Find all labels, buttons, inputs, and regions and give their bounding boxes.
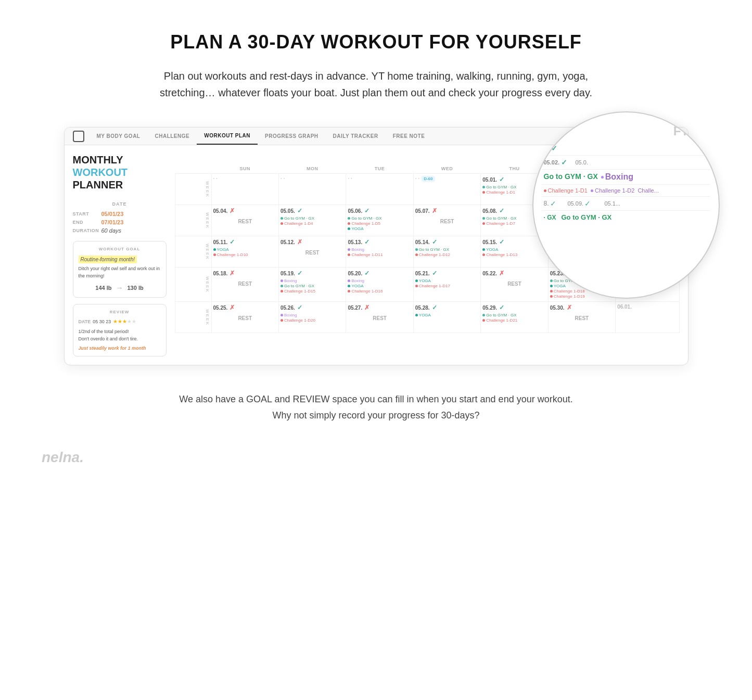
weight-row: 144 lb → 130 lb <box>79 284 161 292</box>
cell-0512: 05.12.✗ REST <box>278 236 346 268</box>
cell-0507: 05.07.✗ REST <box>413 205 480 236</box>
start-date-row: START 05/01/23 <box>73 211 167 217</box>
planner-title: MONTHLY WORKOUT PLANNER <box>73 154 167 191</box>
cell-0515: 05.15.✓ YOGA Challenge 1-D13 <box>481 236 548 268</box>
week-label-1: WEEK <box>175 174 211 205</box>
start-label: START <box>73 211 101 217</box>
cell-blank-1: · · <box>211 174 278 205</box>
zoom-gym-label-2: Go to GYM · GX <box>562 213 612 221</box>
cell-0528: 05.28.✓ YOGA <box>413 302 480 333</box>
start-value: 05/01/23 <box>101 211 124 217</box>
date-section-label: DATE <box>73 201 167 207</box>
end-value: 07/01/23 <box>101 219 124 225</box>
review-text: 1/2nd of the total period!Don't overdo i… <box>79 328 161 342</box>
cell-0521: 05.21.✓ YOGA Challenge 1-D17 <box>413 268 480 302</box>
bottom-text: We also have a GOAL and REVIEW space you… <box>168 391 584 423</box>
cell-0530: 05.30.✗ REST <box>548 302 615 333</box>
cell-0525: 05.25.✗ REST <box>211 302 278 333</box>
cell-0513: 05.13.✓ Boxing Challenge 1-D11 <box>346 236 413 268</box>
col-tue: TUE <box>346 164 413 174</box>
end-date-row: END 07/01/23 <box>73 219 167 225</box>
cell-0514: 05.14.✓ Go to GYM · GX Challenge 1-D12 <box>413 236 480 268</box>
cell-blank-3: · · <box>346 174 413 205</box>
week-label-3: WEEK <box>175 236 211 268</box>
cell-0504: 05.04.✗ REST <box>211 205 278 236</box>
cell-blank-2: · · <box>278 174 346 205</box>
zoom-date-2: 05.02. ✓ <box>544 158 572 167</box>
tab-progress-graph[interactable]: PROGRESS GRAPH <box>258 128 326 144</box>
zoom-challe-truncated: Challe... <box>638 187 658 194</box>
planner-container: FRI 1. ✓ 05.02. ✓ 05.0. <box>64 127 689 365</box>
cell-0505: 05.05.✓ Go to GYM · GX Challenge 1-D4 <box>278 205 346 236</box>
col-wed: WED <box>413 164 480 174</box>
sidebar: MONTHLY WORKOUT PLANNER DATE START 05/01… <box>73 154 167 357</box>
zoom-challenge-d1: Challenge 1-D1 <box>544 187 588 194</box>
table-row: WEEK 05.25.✗ REST 05.26.✓ Boxing Challen… <box>175 302 679 333</box>
cell-0529: 05.29.✓ Go to GYM · GX Challenge 1-D21 <box>481 302 548 333</box>
cell-0526: 05.26.✓ Boxing Challenge 1-D20 <box>278 302 346 333</box>
cell-0522: 05.22.✗ REST <box>481 268 548 302</box>
cell-0518: 05.18.✗ REST <box>211 268 278 302</box>
review-date-value: 05 30 23 <box>93 319 111 324</box>
review-title: REVIEW <box>79 310 161 314</box>
zoom-gym-label: Go to GYM · GX <box>544 172 598 181</box>
zoom-date-509: 05.09. ✓ <box>568 199 602 208</box>
tab-challenge[interactable]: CHALLENGE <box>147 128 197 144</box>
col-sun: SUN <box>211 164 278 174</box>
duration-label: DURATION <box>73 228 101 233</box>
duration-value: 60 days <box>101 227 122 234</box>
zoom-date-3: 05.0. <box>576 159 708 166</box>
bottom-line-2: Why not simply record your progress for … <box>272 410 479 421</box>
cell-0511: 05.11.✓ YOGA Challenge 1-D10 <box>211 236 278 268</box>
weight-from: 144 lb <box>95 285 111 291</box>
page-subtitle: Plan out workouts and rest-days in advan… <box>142 68 610 101</box>
week-label-5: WEEK <box>175 302 211 333</box>
review-date-label: DATE <box>79 319 91 324</box>
cell-0519: 05.19.✓ Boxing Go to GYM · GX Challenge … <box>278 268 346 302</box>
review-highlight: Just steadily work for 1 month <box>79 346 161 351</box>
date-section: DATE START 05/01/23 END 07/01/23 DURATIO… <box>73 201 167 234</box>
zoom-boxing-label: Boxing <box>601 172 633 182</box>
weight-to: 130 lb <box>128 285 144 291</box>
tab-body-goal[interactable]: MY BODY GOAL <box>90 128 148 144</box>
duration-row: DURATION 60 days <box>73 227 167 234</box>
brand-logo: nelna. <box>42 444 710 476</box>
cell-0601: 06.01. <box>616 302 679 333</box>
review-box: REVIEW DATE 05 30 23 ★★★★★ 1/2nd of the … <box>73 304 167 357</box>
page-title: PLAN A 30-DAY WORKOUT FOR YOURSELF <box>42 31 710 53</box>
review-date-row: DATE 05 30 23 ★★★★★ <box>79 319 161 324</box>
tab-free-note[interactable]: FREE NOTE <box>386 128 432 144</box>
cell-0506: 05.06.✓ Go to GYM · GX Challenge 1-D5 YO… <box>346 205 413 236</box>
end-label: END <box>73 220 101 225</box>
zoom-date-051: 05.1... <box>605 200 621 207</box>
zoom-challenge-d2: Challenge 1-D2 <box>591 187 634 194</box>
zoom-gx-label: · GX <box>544 214 559 221</box>
tab-workout-plan[interactable]: WORKOUT PLAN <box>197 128 258 145</box>
page-wrapper: PLAN A 30-DAY WORKOUT FOR YOURSELF Plan … <box>0 0 752 497</box>
cell-0527: 05.27.✗ REST <box>346 302 413 333</box>
goal-title: WORKOUT GOAL <box>79 247 161 251</box>
app-logo <box>73 131 84 142</box>
zoom-circle: FRI 1. ✓ 05.02. ✓ 05.0. <box>532 111 720 299</box>
weight-arrow: → <box>116 284 123 292</box>
zoom-date-8: 8. ✓ <box>544 199 565 208</box>
cell-d60: · · D-60 <box>413 174 480 205</box>
week-label-2: WEEK <box>175 205 211 236</box>
goal-highlight: Routine-forming month! <box>79 256 137 263</box>
review-stars: ★★★★★ <box>113 319 136 324</box>
goal-text: Ditch your right owl self and work out i… <box>79 265 161 279</box>
bottom-line-1: We also have a GOAL and REVIEW space you… <box>179 394 572 404</box>
goal-box: WORKOUT GOAL Routine-forming month! Ditc… <box>73 241 167 298</box>
week-label-4: WEEK <box>175 268 211 302</box>
cell-0520: 05.20.✓ Boxing YOGA Challenge 1-D16 <box>346 268 413 302</box>
tab-daily-tracker[interactable]: DAILY TRACKER <box>326 128 386 144</box>
col-mon: MON <box>278 164 346 174</box>
d60-badge: D-60 <box>422 176 435 182</box>
